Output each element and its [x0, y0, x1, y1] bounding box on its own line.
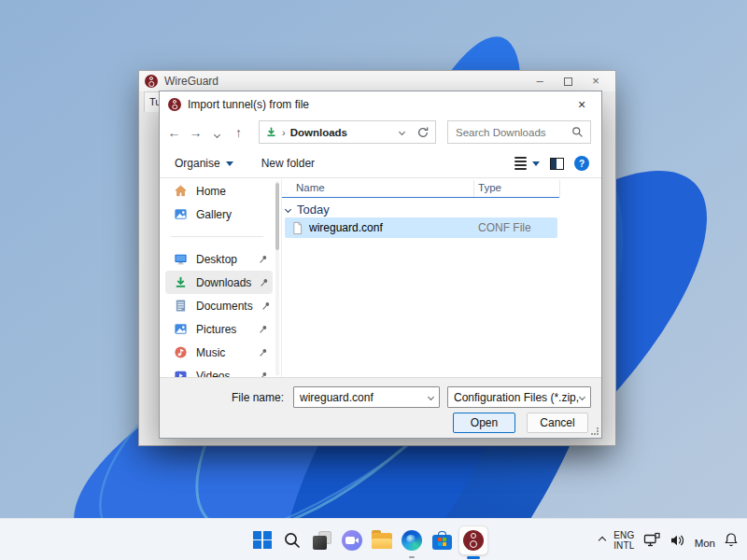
header-underline: [282, 197, 559, 198]
group-collapse-icon[interactable]: [285, 206, 291, 213]
notification-bell-icon[interactable]: [724, 532, 739, 548]
up-button[interactable]: ↑: [228, 125, 249, 140]
sidebar-item-home[interactable]: Home: [165, 179, 273, 203]
chat-icon: [342, 530, 362, 551]
pin-icon: [259, 255, 268, 264]
file-row-wireguard-conf[interactable]: wireguard.conf CONF File: [285, 217, 557, 238]
window-title: WireGuard: [164, 75, 519, 88]
hidden-icons-chevron[interactable]: [599, 536, 606, 543]
running-indicator: [409, 556, 415, 558]
recent-locations-button[interactable]: [206, 125, 228, 140]
music-icon: [174, 345, 188, 359]
search-input[interactable]: [448, 127, 571, 138]
network-icon[interactable]: [643, 532, 661, 548]
file-name-value: wireguard.conf: [294, 391, 429, 404]
gallery-icon: [174, 207, 188, 221]
chevron-down-icon: [214, 131, 220, 137]
pictures-icon: [174, 322, 188, 336]
dialog-footer: File name: wireguard.conf Configuration …: [160, 377, 601, 438]
task-view-icon: [313, 531, 331, 550]
chat-button[interactable]: [337, 519, 367, 560]
sidebar-item-music[interactable]: Music: [165, 341, 273, 364]
maximize-button[interactable]: [554, 72, 582, 91]
edge-button[interactable]: [397, 519, 427, 560]
documents-icon: [174, 299, 188, 313]
file-list-area: Name Type Today wireguard.conf CONF File: [281, 179, 598, 379]
desktop: { "colors": { "accent": "#0078d7", "sele…: [0, 0, 747, 560]
dialog-toolbar: Organise New folder ?: [160, 149, 601, 178]
scrollbar-thumb[interactable]: [275, 183, 279, 250]
sidebar-item-desktop[interactable]: Desktop: [165, 247, 273, 271]
forward-button[interactable]: →: [185, 125, 206, 140]
view-caret-icon: [532, 161, 540, 166]
downloads-folder-icon: [265, 126, 277, 138]
pin-icon: [259, 348, 268, 357]
address-bar[interactable]: › Downloads: [259, 120, 436, 144]
combobox-chevron-icon[interactable]: [579, 394, 585, 400]
task-view-button[interactable]: [307, 519, 337, 560]
new-folder-button[interactable]: New folder: [261, 157, 315, 170]
minimize-button[interactable]: –: [526, 72, 554, 91]
file-name-combobox[interactable]: wireguard.conf: [293, 386, 440, 408]
pin-icon: [260, 278, 269, 287]
sidebar-item-documents[interactable]: Documents: [165, 294, 273, 317]
help-icon[interactable]: ?: [574, 156, 589, 171]
column-headers: Name Type: [282, 179, 598, 198]
address-dropdown-icon[interactable]: [399, 129, 405, 135]
sidebar-item-pictures[interactable]: Pictures: [165, 317, 273, 341]
search-icon[interactable]: [571, 126, 584, 138]
refresh-icon[interactable]: [416, 126, 430, 139]
system-tray: ENG INTL Mon: [599, 519, 739, 560]
sidebar-item-downloads[interactable]: Downloads: [165, 271, 273, 294]
wireguard-icon: [458, 525, 488, 555]
downloads-icon: [174, 275, 188, 289]
navigation-bar: ← → ↑ › Downloads: [160, 117, 601, 147]
search-box: [447, 120, 591, 144]
dialog-titlebar[interactable]: Import tunnel(s) from file ×: [160, 91, 601, 117]
volume-icon[interactable]: [669, 533, 686, 548]
store-button[interactable]: [427, 519, 457, 560]
organise-menu[interactable]: Organise: [175, 157, 233, 170]
file-type-filter-combobox[interactable]: Configuration Files (*.zip, *.con: [447, 386, 591, 408]
breadcrumb-separator: ›: [282, 127, 286, 138]
group-header-today[interactable]: Today: [286, 203, 330, 217]
language-indicator[interactable]: ENG INTL: [613, 530, 634, 551]
windows-start-icon: [253, 531, 272, 550]
navigation-sidebar: Home Gallery Desktop: [160, 179, 275, 379]
search-icon: [283, 531, 302, 550]
file-type-filter-value: Configuration Files (*.zip, *.con: [448, 391, 580, 404]
file-explorer-button[interactable]: [367, 519, 397, 560]
cancel-button[interactable]: Cancel: [527, 413, 588, 433]
file-type: CONF File: [478, 221, 531, 234]
column-header-name[interactable]: Name: [296, 182, 325, 193]
organise-caret-icon: [226, 161, 233, 166]
open-button[interactable]: Open: [453, 413, 515, 433]
breadcrumb-location[interactable]: Downloads: [290, 127, 347, 138]
close-button[interactable]: ×: [582, 72, 610, 91]
resize-grip[interactable]: [591, 427, 599, 435]
taskbar-search-button[interactable]: [277, 519, 307, 560]
active-indicator: [467, 556, 480, 559]
microsoft-store-icon: [432, 535, 452, 550]
view-mode-button[interactable]: [514, 157, 540, 170]
home-icon: [174, 184, 188, 198]
wireguard-taskbar-button[interactable]: [457, 519, 490, 560]
taskbar: ENG INTL Mon: [0, 518, 747, 560]
wireguard-dialog-icon: [168, 98, 181, 111]
column-header-type[interactable]: Type: [478, 182, 501, 193]
sidebar-item-gallery[interactable]: Gallery: [165, 203, 273, 226]
file-name: wireguard.conf: [309, 221, 383, 234]
back-button[interactable]: ←: [163, 125, 185, 140]
combobox-chevron-icon[interactable]: [428, 394, 434, 400]
wireguard-app-icon: [145, 75, 158, 88]
dialog-title: Import tunnel(s) from file: [188, 98, 564, 111]
file-name-label: File name:: [232, 391, 284, 404]
wireguard-titlebar[interactable]: WireGuard – ×: [139, 71, 615, 91]
edge-icon: [402, 530, 422, 551]
dialog-close-button[interactable]: ×: [571, 97, 593, 112]
sidebar-separator: [171, 236, 263, 237]
preview-pane-icon[interactable]: [550, 158, 564, 170]
clock-day[interactable]: Mon: [695, 532, 715, 549]
start-button[interactable]: [247, 519, 277, 560]
sidebar-scrollbar[interactable]: [275, 181, 279, 375]
